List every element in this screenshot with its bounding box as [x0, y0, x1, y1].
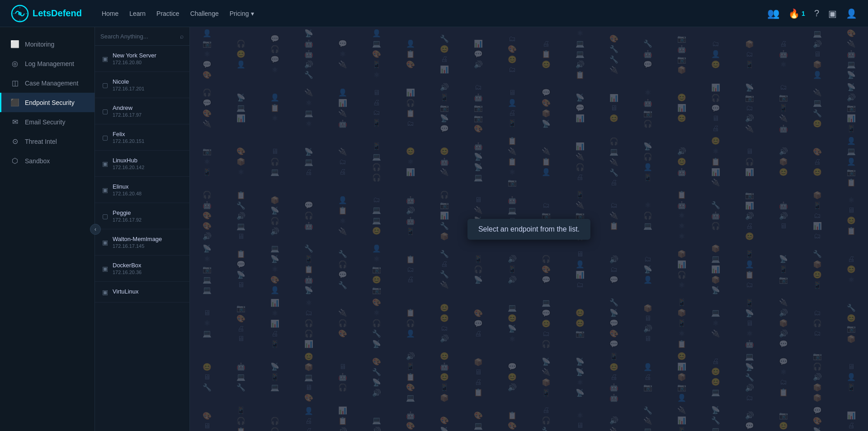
search-bar: ⌕: [95, 27, 189, 46]
endpoint-item-elinux[interactable]: ▣ Elinux 172.16.20.48: [95, 177, 189, 203]
main-content: 👤📷⚛💬🎨🎧😊👤💬🎧💬⚛📡🤖🤖🔊🔧💬⚛🔌👤💻🎨📱⚛👤📋🎨🔧😊🖨📊📊💬🔊🗂🎨😊🗂🖨…: [190, 27, 868, 431]
help-button[interactable]: ?: [814, 8, 819, 19]
sidebar: ⬜ Monitoring ◎ Log Management ◫ Case Man…: [0, 27, 95, 431]
flame-icon: 🔥: [788, 8, 800, 19]
sidebar-item-email-security[interactable]: ✉ Email Security: [0, 112, 94, 132]
endpoint-item-walton-memimage[interactable]: ▣ Walton-MemImage 172.16.17.145: [95, 229, 189, 256]
endpoint-items: ▣ New York Server 172.16.20.80 ▢ Nicole …: [95, 46, 189, 431]
nav-challenge[interactable]: Challenge: [190, 10, 219, 17]
sidebar-item-monitoring[interactable]: ⬜ Monitoring: [0, 34, 94, 54]
sidebar-item-log-management[interactable]: ◎ Log Management: [0, 54, 94, 73]
case-management-icon: ◫: [10, 79, 19, 87]
search-input[interactable]: [100, 33, 176, 40]
endpoint-item-linuxhub[interactable]: ▣ LinuxHub 172.16.20.142: [95, 151, 189, 177]
monitor-icon: ▢: [102, 108, 108, 115]
endpoint-item-dockerbox[interactable]: ▣ DockerBox 172.16.20.36: [95, 256, 189, 282]
sidebar-item-case-management[interactable]: ◫ Case Management: [0, 73, 94, 93]
endpoint-list: ⌕ ▣ New York Server 172.16.20.80 ▢ Nicol…: [95, 27, 190, 431]
nav-links: Home Learn Practice Challenge Pricing ▾: [102, 10, 254, 17]
server-icon: ▣: [102, 160, 108, 167]
server-icon: ▣: [102, 265, 108, 272]
endpoint-item-peggie[interactable]: ▢ Peggie 172.16.17.92: [95, 203, 189, 229]
monitoring-icon: ⬜: [10, 40, 19, 48]
sidebar-item-threat-intel[interactable]: ⊙ Threat Intel: [0, 132, 94, 151]
email-security-icon: ✉: [10, 118, 19, 126]
endpoint-security-icon: ⬛: [10, 98, 19, 107]
svg-point-1: [18, 12, 22, 15]
search-icon: ⌕: [180, 33, 184, 40]
endpoint-item-virtulinux[interactable]: ▣ VirtuLinux: [95, 282, 189, 303]
sidebar-collapse-button[interactable]: ‹: [90, 224, 101, 235]
layout: ⬜ Monitoring ◎ Log Management ◫ Case Man…: [0, 27, 868, 431]
profile-button[interactable]: 👤: [846, 8, 857, 19]
server-icon: ▣: [102, 186, 108, 194]
threat-intel-icon: ⊙: [10, 137, 19, 146]
top-nav: LetsDefend Home Learn Practice Challenge…: [0, 0, 868, 27]
nav-right: 👥 🔥 1 ? ▣ 👤: [767, 8, 857, 19]
logo-text: LetsDefend: [33, 8, 82, 19]
endpoint-item-felix[interactable]: ▢ Felix 172.16.20.151: [95, 124, 189, 151]
server-icon: ▣: [102, 55, 108, 62]
monitor-icon: ▢: [102, 81, 108, 89]
nav-pricing[interactable]: Pricing ▾: [230, 10, 254, 17]
nav-practice[interactable]: Practice: [156, 10, 179, 17]
sidebar-item-endpoint-security[interactable]: ⬛ Endpoint Security: [0, 93, 94, 112]
endpoint-item-andrew[interactable]: ▢ Andrew 172.16.17.97: [95, 98, 189, 124]
endpoint-item-new-york-server[interactable]: ▣ New York Server 172.16.20.80: [95, 46, 189, 72]
server-icon: ▣: [102, 289, 108, 296]
monitor-icon: ▢: [102, 134, 108, 141]
nav-learn[interactable]: Learn: [129, 10, 146, 17]
flame-count: 1: [802, 10, 805, 17]
select-endpoint-tooltip: Select an endpoint from the list.: [467, 219, 590, 240]
flame-badge: 🔥 1: [788, 8, 805, 19]
notifications-button[interactable]: ▣: [828, 8, 837, 19]
server-icon: ▣: [102, 239, 108, 246]
users-icon: 👥: [767, 8, 779, 19]
chevron-down-icon: ▾: [251, 10, 254, 17]
sidebar-item-sandbox[interactable]: ⬡ Sandbox: [0, 151, 94, 171]
log-management-icon: ◎: [10, 59, 19, 68]
logo[interactable]: LetsDefend: [11, 5, 82, 23]
endpoint-item-nicole[interactable]: ▢ Nicole 172.16.17.201: [95, 72, 189, 98]
sandbox-icon: ⬡: [10, 156, 19, 165]
nav-home[interactable]: Home: [102, 10, 118, 17]
monitor-icon: ▢: [102, 213, 108, 220]
